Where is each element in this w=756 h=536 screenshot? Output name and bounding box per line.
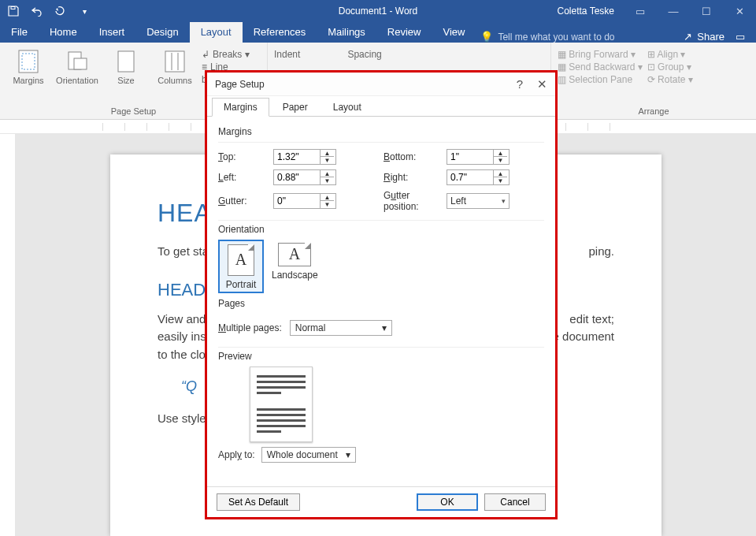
share-button[interactable]: ↗ Share bbox=[684, 31, 724, 43]
minimize-icon[interactable]: — bbox=[657, 0, 690, 22]
tab-view[interactable]: View bbox=[432, 22, 476, 43]
margin-top-input[interactable]: ▲▼ bbox=[273, 149, 336, 165]
close-icon[interactable]: ✕ bbox=[723, 0, 756, 22]
svg-rect-5 bbox=[118, 51, 134, 72]
selection-pane-button[interactable]: ▥ Selection Pane bbox=[558, 74, 643, 85]
tab-insert[interactable]: Insert bbox=[88, 22, 136, 43]
set-as-default-button[interactable]: Set As Default bbox=[217, 493, 300, 511]
multiple-pages-select[interactable]: Normal▾ bbox=[290, 320, 392, 336]
dialog-help-icon[interactable]: ? bbox=[517, 77, 523, 91]
dlg-tab-margins[interactable]: Margins bbox=[212, 98, 269, 117]
tab-design[interactable]: Design bbox=[135, 22, 189, 43]
tab-layout[interactable]: Layout bbox=[190, 22, 243, 43]
send-backward-button[interactable]: ▦ Send Backward ▾ bbox=[558, 61, 643, 73]
redo-icon[interactable] bbox=[50, 2, 71, 20]
gutter-position-select[interactable]: Left▾ bbox=[447, 193, 510, 209]
vertical-ruler[interactable] bbox=[0, 134, 16, 536]
ok-button[interactable]: OK bbox=[417, 493, 478, 511]
maximize-icon[interactable]: ☐ bbox=[690, 0, 723, 22]
section-orientation: Orientation bbox=[218, 224, 544, 235]
title-bar: ▾ Document1 - Word Coletta Teske ▭ — ☐ ✕ bbox=[0, 0, 756, 22]
tell-me-placeholder: Tell me what you want to do bbox=[498, 32, 614, 43]
quick-access-toolbar: ▾ bbox=[0, 2, 98, 20]
ribbon-tabs: File Home Insert Design Layout Reference… bbox=[0, 22, 756, 43]
orientation-icon bbox=[65, 49, 90, 74]
columns-icon bbox=[162, 49, 187, 74]
lightbulb-icon: 💡 bbox=[480, 31, 493, 43]
tab-review[interactable]: Review bbox=[376, 22, 432, 43]
rotate-button[interactable]: ⟳ Rotate ▾ bbox=[647, 74, 693, 85]
user-name[interactable]: Coletta Teske bbox=[548, 6, 624, 17]
section-margins: Margins bbox=[218, 126, 544, 137]
size-icon bbox=[113, 49, 139, 74]
share-icon: ↗ bbox=[684, 31, 692, 43]
label-gutter-pos: Gutter position: bbox=[384, 190, 447, 212]
label-multiple-pages: Multiple pages: bbox=[218, 322, 282, 333]
margins-icon bbox=[16, 49, 41, 74]
tab-home[interactable]: Home bbox=[39, 22, 88, 43]
svg-rect-6 bbox=[165, 51, 184, 72]
section-pages: Pages bbox=[218, 298, 544, 309]
tab-references[interactable]: References bbox=[243, 22, 317, 43]
tab-mailings[interactable]: Mailings bbox=[317, 22, 376, 43]
ribbon-display-icon[interactable]: ▭ bbox=[624, 0, 657, 22]
dialog-tabs: Margins Paper Layout bbox=[207, 96, 555, 117]
margin-bottom-input[interactable]: ▲▼ bbox=[447, 149, 510, 165]
breaks-button[interactable]: ↲Breaks ▾ bbox=[202, 49, 250, 60]
label-apply-to: Apply to: bbox=[218, 449, 255, 460]
landscape-icon bbox=[278, 243, 311, 266]
dlg-tab-paper[interactable]: Paper bbox=[271, 98, 320, 117]
label-left: Left: bbox=[218, 172, 273, 183]
window-title: Document1 - Word bbox=[339, 6, 417, 17]
page-setup-dialog: Page Setup ? ✕ Margins Paper Layout Marg… bbox=[205, 70, 558, 519]
bring-forward-button[interactable]: ▦ Bring Forward ▾ bbox=[558, 49, 643, 60]
apply-to-select[interactable]: Whole document▾ bbox=[261, 447, 356, 463]
margin-left-input[interactable]: ▲▼ bbox=[273, 169, 336, 185]
portrait-icon bbox=[228, 244, 254, 276]
margin-right-input[interactable]: ▲▼ bbox=[447, 169, 510, 185]
gutter-input[interactable]: ▲▼ bbox=[273, 193, 336, 209]
svg-rect-0 bbox=[11, 7, 15, 9]
tell-me-search[interactable]: 💡 Tell me what you want to do bbox=[480, 31, 614, 43]
dialog-close-icon[interactable]: ✕ bbox=[537, 77, 547, 91]
group-label-arrange: Arrange bbox=[558, 106, 750, 117]
dlg-tab-layout[interactable]: Layout bbox=[321, 98, 373, 117]
qat-customize-icon[interactable]: ▾ bbox=[74, 2, 94, 20]
svg-rect-4 bbox=[74, 58, 87, 69]
dialog-title: Page Setup bbox=[215, 79, 517, 90]
preview-thumbnail bbox=[250, 367, 313, 442]
save-icon[interactable] bbox=[3, 2, 24, 20]
orientation-portrait[interactable]: Portrait bbox=[218, 240, 264, 293]
margins-button[interactable]: Margins bbox=[6, 46, 50, 106]
label-right: Right: bbox=[384, 172, 447, 183]
size-button[interactable]: Size bbox=[104, 46, 148, 106]
group-button[interactable]: ⊡ Group ▾ bbox=[647, 61, 693, 73]
tab-file[interactable]: File bbox=[0, 22, 39, 43]
comments-icon[interactable]: ▭ bbox=[736, 31, 745, 43]
columns-button[interactable]: Columns bbox=[153, 46, 197, 106]
breaks-icon: ↲ bbox=[202, 49, 209, 60]
label-gutter: Gutter: bbox=[218, 195, 273, 207]
label-top: Top: bbox=[218, 151, 273, 162]
undo-icon[interactable] bbox=[27, 2, 47, 20]
align-button[interactable]: ⊞ Align ▾ bbox=[647, 49, 693, 60]
section-preview: Preview bbox=[218, 351, 544, 362]
label-bottom: Bottom: bbox=[384, 151, 447, 162]
orientation-landscape[interactable]: Landscape bbox=[272, 240, 317, 293]
orientation-button[interactable]: Orientation bbox=[55, 46, 99, 106]
cancel-button[interactable]: Cancel bbox=[484, 493, 546, 511]
